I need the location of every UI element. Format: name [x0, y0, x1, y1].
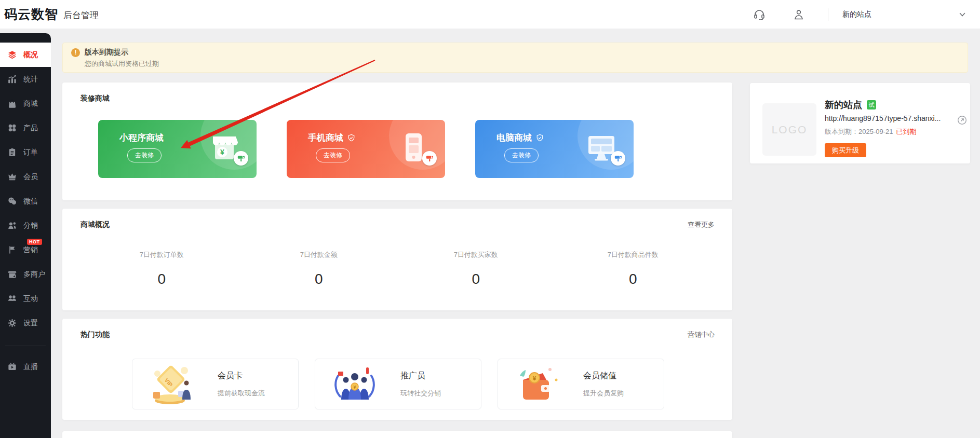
main-content: ! 版本到期提示 您的商城试用资格已过期 装修商城 小程序商城 去装修 ¥ [51, 29, 980, 438]
stat-paid-orders: 7日付款订单数 0 [83, 250, 240, 288]
hot-item-desc: 提前获取现金流 [218, 389, 265, 398]
sidebar-item-products[interactable]: 产品 [0, 116, 51, 140]
sidebar-divider [5, 346, 46, 346]
sidebar-item-interaction[interactable]: 互动 [0, 286, 51, 311]
notice-title: 版本到期提示 [85, 48, 128, 57]
clipboard-icon [8, 148, 17, 157]
stats-row: 7日付款订单数 0 7日付款金额 0 7日付款买家数 0 7日付款商品件数 0 [83, 250, 711, 288]
sidebar-item-label: 微信 [23, 197, 38, 206]
svg-text:¥: ¥ [533, 375, 536, 381]
sidebar-item-label: 产品 [23, 124, 38, 133]
site-logo-placeholder: LOGO [762, 103, 816, 156]
shield-check-icon [536, 134, 544, 142]
stat-value: 0 [240, 271, 398, 288]
paint-roller-icon [422, 151, 437, 166]
hot-item-stored-value[interactable]: ¥ 会员储值 提升会员复购 [498, 359, 664, 409]
crown-icon [8, 172, 17, 181]
decorate-mobile-button[interactable]: 去装修 [316, 148, 350, 162]
layers-icon [8, 50, 17, 59]
hot-features-row: VIP 会员卡 提前获取现金流 ¥ 推广员 玩转社交分销 [132, 359, 732, 409]
sidebar-item-label: 多商户 [23, 270, 45, 279]
expired-status: 已到期 [896, 128, 917, 135]
sidebar-item-label: 统计 [23, 75, 38, 84]
paint-roller-icon [611, 151, 625, 166]
stat-label: 7日付款订单数 [83, 250, 240, 259]
sidebar-item-distribution[interactable]: 分销 [0, 213, 51, 238]
site-expire-row: 版本到期：2025-09-21已到期 [825, 127, 964, 136]
decorate-pc-button[interactable]: 去装修 [504, 148, 539, 162]
sidebar-item-wechat[interactable]: 微信 [0, 189, 51, 213]
support-headset-icon[interactable] [753, 8, 766, 21]
external-link-icon[interactable] [957, 115, 967, 125]
marketing-center-link[interactable]: 营销中心 [688, 330, 715, 339]
notice-desc: 您的商城试用资格已过期 [85, 59, 959, 69]
hot-item-member-card[interactable]: VIP 会员卡 提前获取现金流 [132, 359, 299, 409]
sidebar-item-mall[interactable]: 商城 [0, 91, 51, 116]
stat-label: 7日付款金额 [240, 250, 398, 259]
warning-icon: ! [71, 48, 80, 57]
banner-label: 电脑商城 [496, 132, 532, 144]
site-url[interactable]: http://huang897157type-57.shanxi... [825, 114, 956, 122]
hot-features-card: 热门功能 营销中心 VIP 会员卡 提前获取现金流 ¥ [62, 319, 732, 420]
hot-item-desc: 玩转社交分销 [400, 389, 441, 398]
buy-upgrade-button[interactable]: 购买升级 [825, 143, 866, 157]
sidebar-item-label: 概况 [23, 50, 38, 60]
decorate-mall-card: 装修商城 小程序商城 去装修 ¥ 手机商城 [62, 83, 732, 200]
expire-label: 版本到期： [825, 128, 858, 135]
partial-card [62, 431, 732, 438]
expire-date: 2025-09-21 [858, 128, 893, 135]
user-account-icon[interactable] [793, 8, 805, 21]
site-switcher[interactable]: 新的站点 [842, 0, 871, 29]
stat-value: 0 [555, 271, 712, 288]
header-divider [828, 8, 828, 21]
banner-miniprogram-mall[interactable]: 小程序商城 去装修 ¥ [98, 120, 257, 178]
trial-badge: 试 [867, 100, 876, 110]
flag-icon [8, 245, 17, 254]
chevron-down-icon[interactable] [959, 11, 966, 18]
sidebar-item-label: 分销 [23, 221, 38, 230]
site-name: 新的站点 [825, 99, 862, 111]
sidebar-item-label: 互动 [23, 294, 38, 304]
sidebar-item-members[interactable]: 会员 [0, 165, 51, 189]
sidebar-item-statistics[interactable]: 统计 [0, 67, 51, 91]
decorate-miniprogram-button[interactable]: 去装修 [127, 148, 162, 162]
promoter-illustration: ¥ [330, 362, 380, 406]
hot-item-title: 推广员 [400, 371, 441, 381]
shield-check-icon [347, 134, 355, 142]
wechat-icon [8, 197, 17, 206]
mall-overview-card: 商城概况 查看更多 7日付款订单数 0 7日付款金额 0 7日付款买家数 0 7… [62, 209, 732, 310]
gear-icon [8, 319, 17, 327]
sidebar-item-orders[interactable]: 订单 [0, 140, 51, 165]
vip-card-illustration: VIP [147, 362, 197, 406]
sidebar-item-multimerchant[interactable]: 多商户 [0, 262, 51, 286]
people-share-icon [8, 221, 17, 230]
bar-chart-icon [8, 75, 17, 84]
view-more-link[interactable]: 查看更多 [688, 220, 715, 229]
sidebar-item-marketing[interactable]: 营销 HOT [0, 238, 51, 262]
sidebar-item-overview[interactable]: 概况 [0, 43, 51, 67]
grid-dots-icon [8, 124, 17, 132]
shopping-bag-icon [8, 99, 17, 108]
sidebar-item-label: 营销 [23, 245, 38, 255]
stat-label: 7日付款买家数 [397, 250, 555, 259]
stat-paid-items: 7日付款商品件数 0 [555, 250, 712, 288]
storefront-plus-icon [8, 270, 17, 279]
banner-pc-mall[interactable]: 电脑商城 去装修 [475, 120, 634, 178]
card-title: 热门功能 [62, 319, 732, 339]
sidebar-nav: 概况 统计 商城 产品 [0, 43, 51, 379]
hot-item-title: 会员储值 [583, 371, 624, 381]
app-header: 码云数智 后台管理 新的站点 [0, 0, 980, 29]
sidebar-item-live[interactable]: 直播 [0, 354, 51, 379]
card-title: 装修商城 [62, 83, 732, 103]
stat-value: 0 [83, 271, 240, 288]
version-expire-notice: ! 版本到期提示 您的商城试用资格已过期 [62, 43, 968, 73]
stat-paid-buyers: 7日付款买家数 0 [397, 250, 555, 288]
hot-item-promoter[interactable]: ¥ 推广员 玩转社交分销 [315, 359, 481, 409]
svg-text:¥: ¥ [353, 385, 356, 390]
two-people-icon [8, 294, 17, 303]
paint-roller-icon [234, 151, 248, 166]
decorate-banner-row: 小程序商城 去装修 ¥ 手机商城 [98, 120, 732, 178]
hot-item-title: 会员卡 [218, 371, 265, 381]
sidebar-item-settings[interactable]: 设置 [0, 311, 51, 335]
banner-mobile-mall[interactable]: 手机商城 去装修 [287, 120, 445, 178]
